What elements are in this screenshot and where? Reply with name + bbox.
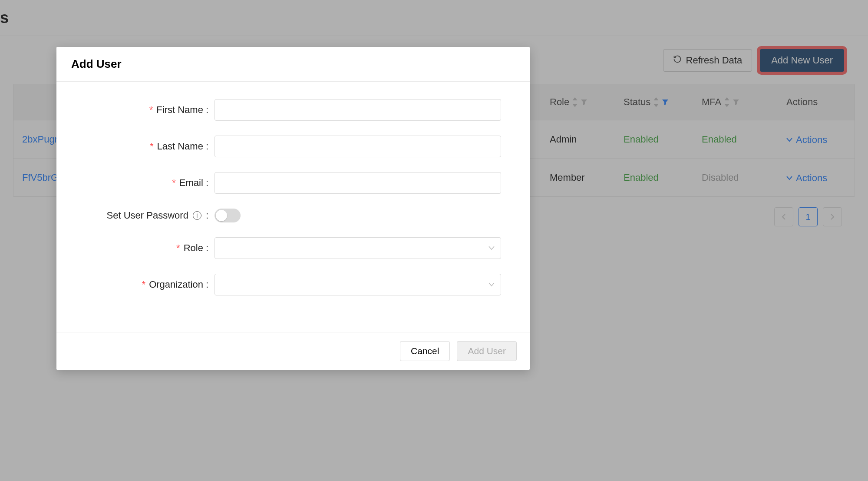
modal-body: * First Name : * Last Name : * Email	[56, 82, 530, 332]
label-colon: :	[206, 104, 208, 116]
chevron-down-icon	[488, 244, 495, 252]
email-label: * Email :	[76, 177, 215, 189]
set-password-label-text: Set User Password	[107, 210, 188, 221]
set-password-label: Set User Password i :	[76, 210, 215, 221]
add-user-submit-button[interactable]: Add User	[457, 341, 517, 361]
form-row-first-name: * First Name :	[76, 99, 511, 121]
first-name-label: * First Name :	[76, 104, 215, 116]
first-name-input[interactable]	[215, 99, 501, 121]
toggle-knob	[216, 210, 227, 221]
form-row-set-password: Set User Password i :	[76, 209, 511, 222]
last-name-input[interactable]	[215, 136, 501, 157]
label-colon: :	[206, 279, 208, 290]
required-star: *	[172, 177, 176, 189]
label-colon: :	[206, 242, 208, 254]
form-row-organization: * Organization :	[76, 274, 511, 295]
organization-select[interactable]	[215, 274, 501, 295]
form-row-email: * Email :	[76, 172, 511, 194]
modal-title: Add User	[56, 47, 530, 82]
role-label-text: Role	[184, 242, 203, 254]
organization-label-text: Organization	[149, 279, 203, 290]
required-star: *	[150, 141, 154, 152]
set-password-toggle[interactable]	[215, 209, 241, 222]
last-name-label-text: Last Name	[157, 141, 203, 152]
first-name-label-text: First Name	[156, 104, 203, 116]
label-colon: :	[206, 210, 208, 221]
label-colon: :	[206, 141, 208, 152]
role-select[interactable]	[215, 237, 501, 259]
label-colon: :	[206, 177, 208, 189]
form-row-last-name: * Last Name :	[76, 136, 511, 157]
organization-label: * Organization :	[76, 279, 215, 290]
last-name-label: * Last Name :	[76, 141, 215, 152]
cancel-button[interactable]: Cancel	[400, 341, 450, 361]
role-label: * Role :	[76, 242, 215, 254]
set-password-toggle-wrap	[215, 209, 501, 222]
required-star: *	[176, 242, 180, 254]
required-star: *	[149, 104, 153, 116]
modal-footer: Cancel Add User	[56, 332, 530, 370]
modal-overlay[interactable]: Add User * First Name : * Last Name :	[0, 0, 868, 481]
email-input[interactable]	[215, 172, 501, 194]
required-star: *	[142, 279, 146, 290]
chevron-down-icon	[488, 281, 495, 289]
cancel-label: Cancel	[411, 346, 439, 356]
submit-label: Add User	[468, 346, 506, 356]
form-row-role: * Role :	[76, 237, 511, 259]
email-label-text: Email	[179, 177, 203, 189]
add-user-modal: Add User * First Name : * Last Name :	[56, 47, 530, 370]
info-icon[interactable]: i	[193, 211, 201, 220]
